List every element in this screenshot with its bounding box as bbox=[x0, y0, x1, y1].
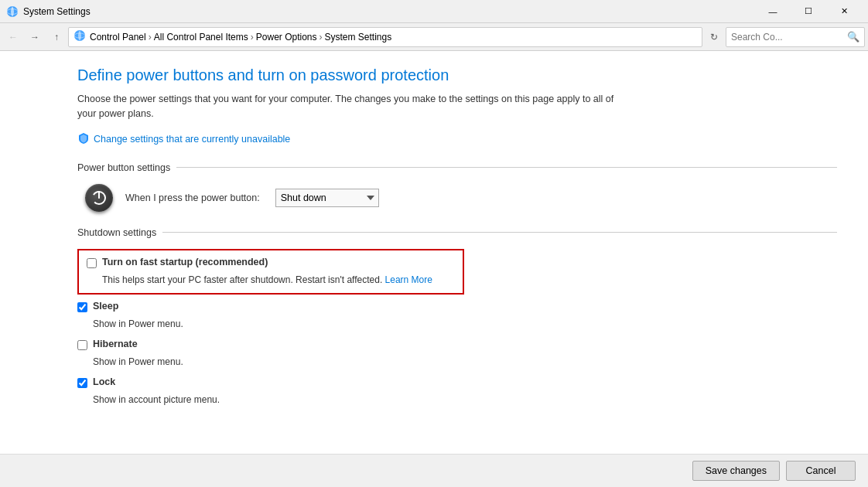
fast-startup-description: This helps start your PC faster after sh… bbox=[87, 273, 455, 287]
sleep-checkbox[interactable] bbox=[77, 302, 87, 312]
search-box[interactable]: 🔍 bbox=[726, 27, 865, 47]
page-description: Choose the power settings that you want … bbox=[77, 92, 619, 121]
save-changes-button[interactable]: Save changes bbox=[692, 461, 780, 481]
change-settings-anchor[interactable]: Change settings that are currently unava… bbox=[94, 134, 290, 145]
power-button-label: When I press the power button: bbox=[125, 192, 260, 203]
fast-startup-label[interactable]: Turn on fast startup (recommended) bbox=[102, 257, 268, 267]
shutdown-section-title: Shutdown settings bbox=[77, 227, 156, 238]
path-system-settings: System Settings bbox=[324, 32, 391, 43]
fast-startup-desc-text: This helps start your PC faster after sh… bbox=[102, 274, 382, 285]
path-control-panel: Control Panel bbox=[90, 32, 146, 43]
sleep-description: Show in Power menu. bbox=[77, 317, 837, 331]
address-bar: ← → ↑ Control Panel › All Control Panel … bbox=[0, 23, 868, 51]
path-globe-icon bbox=[73, 29, 86, 44]
search-input[interactable] bbox=[731, 32, 847, 43]
window-title: System Settings bbox=[23, 6, 755, 17]
path-all-items: All Control Panel Items bbox=[154, 32, 248, 43]
up-button[interactable]: ↑ bbox=[46, 27, 67, 47]
shutdown-section: Turn on fast startup (recommended) This … bbox=[77, 249, 837, 407]
power-action-dropdown[interactable]: Shut down Sleep Hibernate Turn off the d… bbox=[275, 189, 379, 207]
learn-more-link[interactable]: Learn More bbox=[385, 274, 432, 285]
title-bar: System Settings — ☐ ✕ bbox=[0, 0, 868, 23]
sleep-item: Sleep Show in Power menu. bbox=[77, 301, 837, 331]
power-button-section-header: Power button settings bbox=[77, 162, 837, 173]
power-icon bbox=[85, 184, 113, 212]
lock-checkbox[interactable] bbox=[77, 378, 87, 388]
window-controls: — ☐ ✕ bbox=[755, 0, 862, 23]
power-button-section-title: Power button settings bbox=[77, 162, 170, 173]
power-button-row: When I press the power button: Shut down… bbox=[77, 184, 837, 212]
fast-startup-box: Turn on fast startup (recommended) This … bbox=[77, 249, 464, 295]
refresh-button[interactable]: ↻ bbox=[704, 27, 724, 47]
path-power-options: Power Options bbox=[256, 32, 317, 43]
lock-item: Lock Show in account picture menu. bbox=[77, 376, 837, 407]
lock-row: Lock bbox=[77, 376, 837, 388]
bottom-bar: Save changes Cancel bbox=[0, 454, 868, 487]
fast-startup-row: Turn on fast startup (recommended) bbox=[87, 257, 455, 268]
forward-button[interactable]: → bbox=[25, 27, 45, 47]
shutdown-section-divider bbox=[162, 232, 837, 233]
sleep-label[interactable]: Sleep bbox=[93, 301, 118, 312]
close-button[interactable]: ✕ bbox=[826, 0, 862, 23]
main-content: Define power buttons and turn on passwor… bbox=[0, 51, 868, 487]
page-title: Define power buttons and turn on passwor… bbox=[77, 66, 837, 84]
section-divider bbox=[176, 167, 837, 168]
search-icon: 🔍 bbox=[847, 31, 859, 43]
hibernate-description: Show in Power menu. bbox=[77, 355, 837, 369]
minimize-button[interactable]: — bbox=[755, 0, 791, 23]
hibernate-row: Hibernate bbox=[77, 339, 837, 350]
app-icon bbox=[6, 5, 19, 18]
lock-description: Show in account picture menu. bbox=[77, 393, 837, 407]
lock-label[interactable]: Lock bbox=[93, 376, 115, 387]
shield-icon bbox=[77, 132, 90, 147]
hibernate-label[interactable]: Hibernate bbox=[93, 339, 138, 349]
sleep-row: Sleep bbox=[77, 301, 837, 312]
change-settings-link-row: Change settings that are currently unava… bbox=[77, 132, 837, 147]
maximize-button[interactable]: ☐ bbox=[791, 0, 826, 23]
hibernate-checkbox[interactable] bbox=[77, 340, 87, 350]
cancel-button[interactable]: Cancel bbox=[786, 461, 856, 481]
shutdown-section-header: Shutdown settings bbox=[77, 227, 837, 238]
back-button[interactable]: ← bbox=[3, 27, 23, 47]
hibernate-item: Hibernate Show in Power menu. bbox=[77, 339, 837, 369]
address-path[interactable]: Control Panel › All Control Panel Items … bbox=[68, 27, 702, 47]
fast-startup-checkbox[interactable] bbox=[87, 258, 97, 268]
content-area: Define power buttons and turn on passwor… bbox=[0, 51, 868, 454]
